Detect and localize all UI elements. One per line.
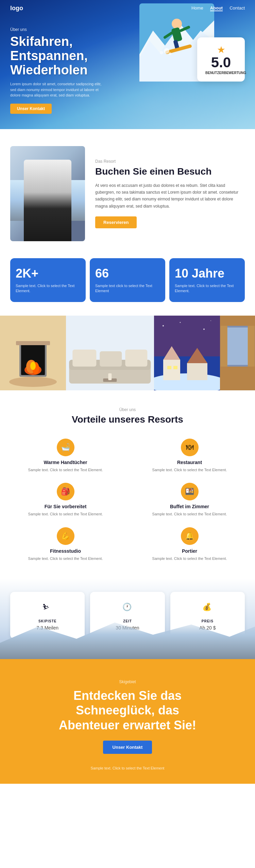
advantage-item-2: 🎒 Für Sie vorbereitet Sample text. Click… [10,483,121,517]
rating-star: ★ [205,44,237,55]
svg-point-10 [160,51,163,54]
rating-label: BENUTZERBEWERTUNG [205,71,237,75]
rating-card: ★ 5.0 BENUTZERBEWERTUNG [197,37,245,82]
book-button[interactable]: Reservieren [95,216,137,228]
info-icon-1: 🕐 [96,600,159,616]
rating-number: 5.0 [205,55,237,70]
cta-button[interactable]: Unser Kontakt [103,741,152,754]
cta-section: Skigebiet Entdecken Sie das Schneeglück,… [0,659,255,784]
nav-contact[interactable]: Contact [230,5,245,11]
gallery-section [0,316,255,390]
advantage-item-5: 🔔 Portier Sample text. Click to select t… [134,527,245,562]
advantages-title: Vorteile unseres Resorts [10,414,245,425]
info-icon-0: ⛷ [16,600,79,616]
svg-rect-29 [108,373,112,380]
cta-title: Entdecken Sie das Schneeglück, das Abent… [10,688,245,732]
svg-rect-36 [187,363,207,380]
svg-rect-19 [16,341,50,345]
advantage-item-3: 🍱 Buffet im Zimmer Sample text. Click to… [134,483,245,517]
advantage-desc-0: Sample text. Click to select the Text El… [10,467,121,473]
advantage-icon-5: 🔔 [181,527,199,545]
svg-rect-50 [248,326,254,367]
book-title: Buchen Sie einen Besuch [95,166,245,177]
svg-rect-25 [72,350,96,367]
navigation: logo Home About Contact [0,0,255,17]
book-content: Das Resort Buchen Sie einen Besuch At ve… [95,159,245,228]
advantage-title-4: Fitnessstudio [10,548,121,554]
stat-card-1: 66 Sample text click to select the Text … [90,258,165,302]
advantage-item-0: 🛁 Warme Handtücher Sample text. Click to… [10,439,121,473]
svg-text:💰: 💰 [202,602,212,612]
svg-point-43 [203,329,205,330]
person-image [24,160,71,241]
gallery-image-4 [220,316,255,390]
stat-number-1: 66 [95,266,160,281]
book-image [10,146,85,241]
advantage-desc-3: Sample text. Click to select the Text El… [134,511,245,517]
stat-card-2: 10 Jahre Sample text. Click to select th… [169,258,245,302]
svg-rect-34 [163,360,180,380]
stats-section: 2K+ Sample text. Click to select the Tex… [0,258,255,316]
advantage-title-2: Für Sie vorbereitet [10,504,121,509]
book-description: At vero eos et accusam et justo duo dolo… [95,182,245,210]
svg-rect-39 [167,366,171,369]
advantage-title-0: Warme Handtücher [10,460,121,465]
cta-footer-text: Sample text. Click to select the Text El… [10,766,245,770]
svg-point-42 [180,322,181,323]
advantage-title-5: Portier [134,548,245,554]
svg-point-11 [169,52,171,55]
advantages-overline: Über uns [10,407,245,412]
advantage-desc-5: Sample text. Click to select the Text El… [134,556,245,562]
svg-point-3 [172,19,182,29]
svg-rect-26 [100,351,122,367]
svg-rect-27 [125,350,147,367]
advantage-desc-4: Sample text. Click to select the Text El… [10,556,121,562]
book-section: Das Resort Buchen Sie einen Besuch At ve… [0,129,255,258]
svg-point-44 [210,320,211,321]
gallery-image-1 [0,316,66,390]
hero-content: Über uns Skifahren, Entspannen, Wiederho… [10,27,105,114]
nav-home[interactable]: Home [191,5,203,11]
advantage-item-4: 💪 Fitnessstudio Sample text. Click to se… [10,527,121,562]
stat-text-0: Sample text. Click to select the Text El… [16,283,80,294]
stat-number-0: 2K+ [16,266,80,281]
stat-text-2: Sample text. Click to select the Text El… [175,283,239,294]
stat-number-2: 10 Jahre [175,266,239,281]
info-icon-2: 💰 [176,600,239,616]
hero-title: Skifahren, Entspannen, Wiederholen [10,35,105,77]
svg-point-20 [9,377,57,387]
advantage-icon-1: 🍽 [181,439,199,456]
advantage-item-1: 🍽 Restaurant Sample text. Click to selec… [134,439,245,473]
svg-text:⛷: ⛷ [42,603,50,611]
advantage-title-3: Buffet im Zimmer [134,504,245,509]
stat-text-1: Sample text click to select the Text Ele… [95,283,160,294]
hero-section: logo Home About Contact Über uns Skifahr… [0,0,255,129]
info-label-2: PREIS [176,619,239,623]
advantage-icon-0: 🛁 [57,439,74,456]
hero-contact-button[interactable]: Unser Kontakt [10,104,52,114]
svg-point-41 [163,325,164,326]
svg-point-18 [30,362,36,370]
gallery-image-3 [154,316,220,390]
nav-about[interactable]: About [210,5,223,11]
book-overline: Das Resort [95,159,245,164]
advantage-icon-4: 💪 [57,527,74,545]
advantage-desc-2: Sample text. Click to select the Text El… [10,511,121,517]
svg-rect-31 [154,316,220,356]
cta-overline: Skigebiet [10,679,245,684]
info-label-1: ZEIT [96,619,159,623]
advantages-grid: 🛁 Warme Handtücher Sample text. Click to… [10,439,245,562]
gallery-image-2 [66,316,154,390]
info-label-0: SKIPISTE [16,619,79,623]
svg-rect-49 [220,326,227,367]
nav-links: Home About Contact [191,5,245,11]
stat-card-0: 2K+ Sample text. Click to select the Tex… [10,258,86,302]
hero-overline: Über uns [10,27,105,32]
advantages-section: Über uns Vorteile unseres Resorts 🛁 Warm… [0,390,255,579]
advantage-icon-2: 🎒 [57,483,74,500]
svg-rect-40 [173,366,177,369]
advantage-icon-3: 🍱 [181,483,199,500]
logo: logo [10,5,23,12]
info-section: ⛷ SKIPISTE 7.3 Meilen 🕐 ZEIT 30 Minuten … [0,578,255,659]
svg-text:🕐: 🕐 [122,602,132,612]
